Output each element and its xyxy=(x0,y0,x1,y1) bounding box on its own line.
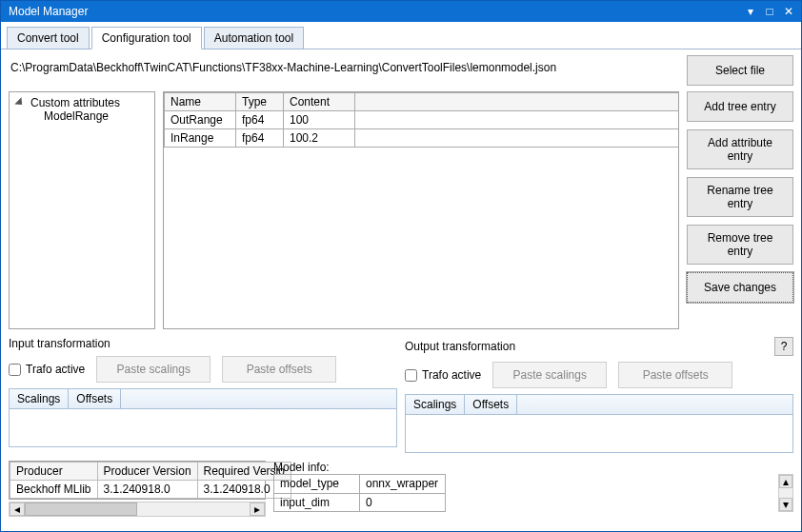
output-subtab-offsets[interactable]: Offsets xyxy=(465,395,517,414)
horizontal-scrollbar[interactable]: ◂ ▸ xyxy=(9,502,266,517)
file-path-text: C:\ProgramData\Beckhoff\TwinCAT\Function… xyxy=(9,55,677,80)
add-attribute-entry-button[interactable]: Add attribute entry xyxy=(687,129,793,169)
input-trafo-title: Input transformation xyxy=(9,337,110,350)
output-paste-offsets-button[interactable]: Paste offsets xyxy=(618,362,732,388)
scroll-up-icon[interactable]: ▴ xyxy=(779,475,792,488)
output-subtab-body xyxy=(405,415,793,453)
select-file-button[interactable]: Select file xyxy=(687,55,793,86)
scroll-right-icon[interactable]: ▸ xyxy=(250,502,265,516)
expand-icon[interactable] xyxy=(14,97,25,108)
tab-convert[interactable]: Convert tool xyxy=(7,27,90,49)
input-trafo-active-checkbox[interactable]: Trafo active xyxy=(9,363,85,376)
tree-panel[interactable]: Custom attributes ModelRange xyxy=(9,91,155,329)
model-info-title: Model info: xyxy=(273,461,793,474)
tab-configuration[interactable]: Configuration tool xyxy=(91,27,202,49)
output-trafo-title: Output transformation xyxy=(405,340,515,353)
col-producer[interactable]: Producer xyxy=(10,463,98,481)
input-subtab-offsets[interactable]: Offsets xyxy=(69,389,121,408)
table-row: InRange fp64 100.2 xyxy=(165,129,679,148)
scroll-down-icon[interactable]: ▾ xyxy=(779,498,792,511)
col-extend xyxy=(355,93,679,111)
input-paste-offsets-button[interactable]: Paste offsets xyxy=(222,356,336,383)
title-bar: Model Manager ▾ □ ✕ xyxy=(1,1,801,22)
col-name[interactable]: Name xyxy=(165,93,236,111)
table-row: input_dim 0 xyxy=(274,493,446,512)
dropdown-icon[interactable]: ▾ xyxy=(742,4,759,19)
tab-bar: Convert tool Configuration tool Automati… xyxy=(1,22,801,49)
vertical-scrollbar[interactable]: ▴ ▾ xyxy=(778,474,793,512)
close-icon[interactable]: ✕ xyxy=(780,4,797,19)
attribute-grid[interactable]: Name Type Content OutRange fp64 100 InRa… xyxy=(163,91,679,329)
remove-tree-entry-button[interactable]: Remove tree entry xyxy=(687,225,793,265)
table-row: OutRange fp64 100 xyxy=(165,111,679,129)
help-button[interactable]: ? xyxy=(774,337,793,356)
table-row: Beckhoff MLlib 3.1.240918.0 3.1.240918.0 xyxy=(10,481,291,499)
input-paste-scalings-button[interactable]: Paste scalings xyxy=(96,356,211,383)
input-subtab-scalings[interactable]: Scalings xyxy=(10,389,69,408)
rename-tree-entry-button[interactable]: Rename tree entry xyxy=(687,177,793,217)
window-title: Model Manager xyxy=(9,5,740,18)
add-tree-entry-button[interactable]: Add tree entry xyxy=(687,91,793,122)
scroll-left-icon[interactable]: ◂ xyxy=(10,502,25,516)
col-type[interactable]: Type xyxy=(236,93,284,111)
table-row: model_type onnx_wrapper xyxy=(274,475,446,494)
producer-table[interactable]: Producer Producer Version Required Versi… xyxy=(9,461,266,500)
output-paste-scalings-button[interactable]: Paste scalings xyxy=(492,362,607,388)
output-trafo-active-checkbox[interactable]: Trafo active xyxy=(405,368,481,382)
tree-item-modelrange[interactable]: ModelRange xyxy=(15,109,149,123)
input-subtab-body xyxy=(9,409,397,447)
tree-root[interactable]: Custom attributes xyxy=(30,96,120,109)
maximize-icon[interactable]: □ xyxy=(761,4,778,19)
col-producer-version[interactable]: Producer Version xyxy=(97,463,197,481)
model-info-table[interactable]: model_type onnx_wrapper input_dim 0 xyxy=(273,474,446,512)
output-subtab-scalings[interactable]: Scalings xyxy=(406,395,465,414)
save-changes-button[interactable]: Save changes xyxy=(687,272,793,303)
tab-automation[interactable]: Automation tool xyxy=(204,27,304,49)
col-content[interactable]: Content xyxy=(284,93,355,111)
